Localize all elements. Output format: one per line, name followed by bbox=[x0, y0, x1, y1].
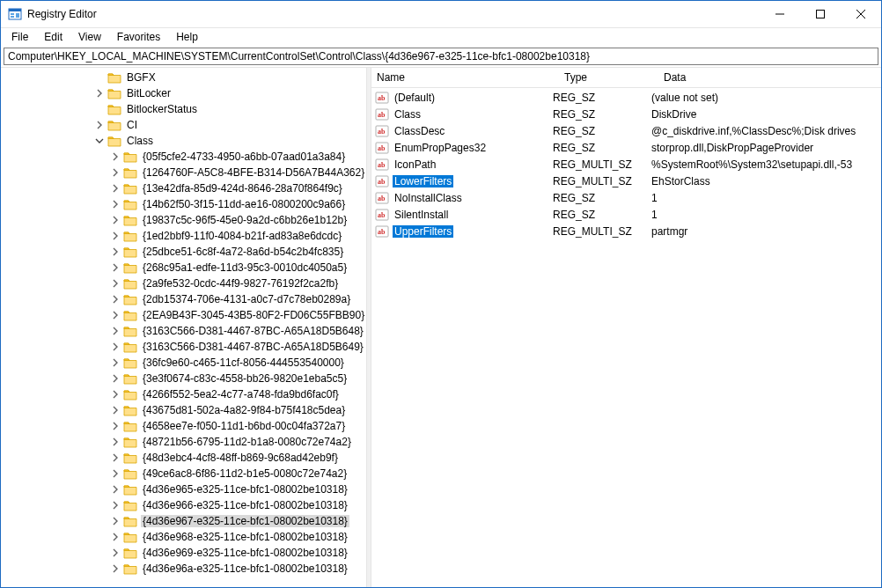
tree-item-label: {4658ee7e-f050-11d1-b6bd-00c04fa372a7} bbox=[141, 420, 347, 432]
chevron-right-icon[interactable] bbox=[109, 499, 121, 511]
value-row[interactable]: abUpperFiltersREG_MULTI_SZpartmgr bbox=[371, 223, 881, 239]
tree-item[interactable]: {3163C566-D381-4467-87BC-A65A18D5B649} bbox=[1, 339, 364, 355]
tree-item[interactable]: {05f5cfe2-4733-4950-a6bb-07aad01a3a84} bbox=[1, 149, 364, 165]
value-row[interactable]: abEnumPropPages32REG_SZstorprop.dll,Disk… bbox=[371, 139, 881, 156]
tree-item[interactable]: CI bbox=[1, 117, 364, 133]
close-button[interactable] bbox=[841, 1, 881, 27]
col-header-name[interactable]: Name bbox=[371, 71, 559, 84]
chevron-right-icon[interactable] bbox=[109, 166, 121, 179]
tree-item-label: {2a9fe532-0cdc-44f9-9827-76192f2ca2fb} bbox=[141, 277, 340, 290]
tree-item[interactable]: BGFX bbox=[1, 70, 364, 85]
tree-item[interactable]: {4d36e969-e325-11ce-bfc1-08002be10318} bbox=[1, 545, 364, 561]
tree-item[interactable]: {3163C566-D381-4467-87BC-A65A18D5B648} bbox=[1, 323, 364, 339]
tree-item[interactable]: {25dbce51-6c8f-4a72-8a6d-b54c2b4fc835} bbox=[1, 244, 364, 260]
tree-item[interactable]: {48d3ebc4-4cf8-48ff-b869-9c68ad42eb9f} bbox=[1, 450, 364, 466]
address-input[interactable]: Computer\HKEY_LOCAL_MACHINE\SYSTEM\Curre… bbox=[4, 48, 878, 65]
tree-item[interactable]: {19837c5c-96f5-45e0-9a2d-c6bb26e1b12b} bbox=[1, 212, 364, 228]
chevron-right-icon[interactable] bbox=[109, 246, 121, 258]
value-row[interactable]: abClassDescREG_SZ@c_diskdrive.inf,%Class… bbox=[371, 122, 881, 139]
chevron-right-icon[interactable] bbox=[109, 420, 121, 432]
tree-item[interactable]: BitLocker bbox=[1, 85, 364, 101]
menu-view[interactable]: View bbox=[71, 29, 108, 45]
tree-item[interactable]: {4d36e968-e325-11ce-bfc1-08002be10318} bbox=[1, 529, 364, 545]
chevron-right-icon[interactable] bbox=[109, 562, 121, 575]
maximize-button[interactable] bbox=[800, 1, 841, 27]
chevron-right-icon[interactable] bbox=[109, 388, 121, 401]
tree-item[interactable]: {4266f552-5ea2-4c77-a748-fda9bd6fac0f} bbox=[1, 386, 364, 402]
chevron-right-icon[interactable] bbox=[109, 230, 121, 242]
value-type: REG_SZ bbox=[548, 192, 646, 204]
list-scroll[interactable]: ab(Default)REG_SZ(value not set)abClassR… bbox=[371, 88, 881, 587]
chevron-right-icon[interactable] bbox=[109, 151, 121, 163]
tree-item[interactable]: {13e42dfa-85d9-424d-8646-28a70f864f9c} bbox=[1, 180, 364, 196]
tree-item[interactable]: {2db15374-706e-4131-a0c7-d7c78eb0289a} bbox=[1, 291, 364, 307]
chevron-right-icon[interactable] bbox=[109, 372, 121, 385]
value-data: 1 bbox=[646, 209, 881, 221]
tree-scroll[interactable]: BGFXBitLockerBitlockerStatusCIClass{05f5… bbox=[1, 68, 366, 587]
tree-item[interactable]: BitlockerStatus bbox=[1, 101, 364, 117]
col-header-data[interactable]: Data bbox=[658, 71, 881, 84]
tree-item[interactable]: {36fc9e60-c465-11cf-8056-444553540000} bbox=[1, 355, 364, 371]
value-type: REG_MULTI_SZ bbox=[548, 158, 646, 171]
chevron-right-icon[interactable] bbox=[93, 119, 106, 131]
chevron-right-icon[interactable] bbox=[109, 309, 121, 321]
chevron-right-icon[interactable] bbox=[109, 198, 121, 210]
menu-edit[interactable]: Edit bbox=[37, 29, 70, 45]
chevron-right-icon[interactable] bbox=[109, 467, 121, 480]
chevron-right-icon[interactable] bbox=[109, 182, 121, 195]
tree-item-label: {4d36e967-e325-11ce-bfc1-08002be10318} bbox=[141, 515, 349, 527]
tree-item[interactable]: Class bbox=[1, 133, 364, 149]
chevron-right-icon[interactable] bbox=[109, 341, 121, 353]
tree-item-label: {13e42dfa-85d9-424d-8646-28a70f864f9c} bbox=[141, 182, 344, 195]
tree-item[interactable]: {268c95a1-edfe-11d3-95c3-0010dc4050a5} bbox=[1, 260, 364, 276]
chevron-right-icon[interactable] bbox=[109, 277, 121, 290]
value-name: (Default) bbox=[393, 92, 437, 104]
tree-item[interactable]: {4d36e967-e325-11ce-bfc1-08002be10318} bbox=[1, 513, 364, 529]
tree-item[interactable]: {4d36e96a-e325-11ce-bfc1-08002be10318} bbox=[1, 561, 364, 577]
tree-item[interactable]: {43675d81-502a-4a82-9f84-b75f418c5dea} bbox=[1, 402, 364, 418]
chevron-right-icon[interactable] bbox=[109, 293, 121, 305]
tree-item[interactable]: {4d36e965-e325-11ce-bfc1-08002be10318} bbox=[1, 481, 364, 497]
chevron-right-icon[interactable] bbox=[109, 214, 121, 226]
tree-item[interactable]: {14b62f50-3f15-11dd-ae16-0800200c9a66} bbox=[1, 196, 364, 212]
minimize-button[interactable] bbox=[760, 1, 800, 27]
chevron-right-icon[interactable] bbox=[109, 531, 121, 543]
tree-item-label: {2EA9B43F-3045-43B5-80F2-FD06C55FBB90} bbox=[141, 309, 366, 321]
value-row[interactable]: abIconPathREG_MULTI_SZ%SystemRoot%\Syste… bbox=[371, 156, 881, 173]
tree-item[interactable]: {4d36e966-e325-11ce-bfc1-08002be10318} bbox=[1, 497, 364, 513]
value-type: REG_SZ bbox=[548, 209, 646, 221]
tree-item[interactable]: {3e3f0674-c83c-4558-bb26-9820e1eba5c5} bbox=[1, 371, 364, 386]
chevron-down-icon[interactable] bbox=[93, 135, 106, 147]
chevron-right-icon[interactable] bbox=[109, 404, 121, 416]
col-header-type[interactable]: Type bbox=[559, 71, 658, 84]
tree-item[interactable]: {4658ee7e-f050-11d1-b6bd-00c04fa372a7} bbox=[1, 418, 364, 434]
chevron-right-icon[interactable] bbox=[93, 87, 106, 99]
tree-item[interactable]: {48721b56-6795-11d2-b1a8-0080c72e74a2} bbox=[1, 434, 364, 450]
tree-item[interactable]: {2a9fe532-0cdc-44f9-9827-76192f2ca2fb} bbox=[1, 276, 364, 291]
value-row[interactable]: abLowerFiltersREG_MULTI_SZEhStorClass bbox=[371, 173, 881, 189]
tree-pane: BGFXBitLockerBitlockerStatusCIClass{05f5… bbox=[1, 68, 366, 587]
tree-item[interactable]: {1ed2bbf9-11f0-4084-b21f-ad83a8e6dcdc} bbox=[1, 228, 364, 244]
menu-favorites[interactable]: Favorites bbox=[110, 29, 167, 45]
chevron-right-icon[interactable] bbox=[109, 515, 121, 527]
chevron-right-icon[interactable] bbox=[109, 483, 121, 496]
value-row[interactable]: abNoInstallClassREG_SZ1 bbox=[371, 189, 881, 206]
chevron-right-icon[interactable] bbox=[109, 436, 121, 448]
chevron-right-icon[interactable] bbox=[109, 452, 121, 464]
tree-item[interactable]: {49ce6ac8-6f86-11d2-b1e5-0080c72e74a2} bbox=[1, 466, 364, 481]
chevron-right-icon[interactable] bbox=[109, 547, 121, 559]
value-row[interactable]: abSilentInstallREG_SZ1 bbox=[371, 206, 881, 223]
value-data: partmgr bbox=[646, 225, 881, 238]
menu-help[interactable]: Help bbox=[169, 29, 205, 45]
value-row[interactable]: ab(Default)REG_SZ(value not set) bbox=[371, 89, 881, 106]
tree-item-label: Class bbox=[125, 135, 155, 147]
titlebar[interactable]: Registry Editor bbox=[1, 1, 881, 28]
chevron-right-icon[interactable] bbox=[109, 325, 121, 337]
tree-item[interactable]: {2EA9B43F-3045-43B5-80F2-FD06C55FBB90} bbox=[1, 307, 364, 323]
menu-file[interactable]: File bbox=[4, 29, 35, 45]
chevron-right-icon[interactable] bbox=[109, 356, 121, 369]
tree-item-label: {43675d81-502a-4a82-9f84-b75f418c5dea} bbox=[141, 404, 347, 416]
value-row[interactable]: abClassREG_SZDiskDrive bbox=[371, 106, 881, 122]
chevron-right-icon[interactable] bbox=[109, 261, 121, 274]
tree-item[interactable]: {1264760F-A5C8-4BFE-B314-D56A7B44A362} bbox=[1, 165, 364, 180]
